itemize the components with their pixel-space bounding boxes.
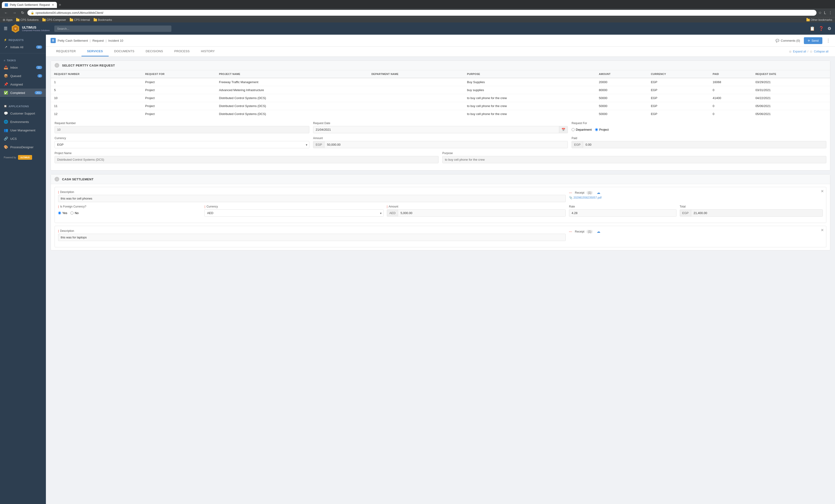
bookmark-cps-solutions[interactable]: CPS Solutions [16,18,38,22]
form-row-3: Project Name Purpose [55,152,826,163]
sidebar-item-inbox[interactable]: 📥 Inbox 11 [0,63,46,72]
cell-request-number: 10 [51,94,142,102]
bookmark-cps-composer[interactable]: CPS Composer [42,18,66,22]
new-tab-button[interactable]: + [57,3,63,7]
sidebar-item-queued[interactable]: 📦 Queued 2 [0,72,46,80]
browser-tab[interactable]: Petty Cash Settlement: Request ✕ [2,2,57,8]
receipt-filename-1: 202981558235057.pdf [573,196,602,199]
request-date-input[interactable] [313,126,559,133]
settlement-description-input-1[interactable] [58,195,566,202]
hamburger-menu-icon[interactable]: ☰ [4,26,7,31]
receipt-required-indicator-2: — [569,230,572,233]
sidebar-item-initiate-all[interactable]: ↗ Initiate All 10 [0,43,46,51]
forward-button[interactable]: → [11,10,18,16]
form-group-request-for: Request For Department Project [572,122,826,133]
search-input[interactable] [54,25,171,32]
settlement-amount-input-1[interactable] [398,209,566,216]
sidebar-item-environments[interactable]: 🌐 Environments [0,118,46,126]
radio-yes-label-1: Yes [62,211,67,215]
sidebar-item-customer-support[interactable]: 💬 Customer Support [0,109,46,118]
svg-text:U: U [15,27,16,30]
radio-yes-input-1[interactable] [58,211,61,215]
cell-request-number: 1 [51,78,142,86]
cell-request-date: 04/22/2021 [752,94,830,102]
is-foreign-radio-1: Yes No [58,209,201,217]
bookmark-apps[interactable]: ⊞ Apps [3,18,13,22]
table-row[interactable]: 1 Project Freeway Traffic Management Buy… [51,78,830,86]
comments-link[interactable]: 💬 Comments (0) [775,39,800,42]
cps-composer-label: CPS Composer [47,18,66,22]
bookmark-bookmarks[interactable]: Bookmarks [94,18,112,22]
receipt-file-1[interactable]: 📎 202981558235057.pdf [569,196,823,199]
required-indicator-2: | [58,205,59,208]
sidebar-item-user-management[interactable]: 👥 User Management [0,126,46,135]
breadcrumb-item-1[interactable]: Petty Cash Settlement [58,39,88,42]
receipt-upload-icon-2[interactable]: ☁ [597,229,600,234]
breadcrumb-separator-2: | [106,39,106,42]
sidebar-item-assigned[interactable]: 📌 Assigned [0,80,46,88]
settlement-description-label-2: | Description [58,229,566,233]
amount-input[interactable] [325,141,568,148]
paid-input[interactable] [583,141,826,148]
expand-icon: ⊕ [789,49,792,54]
lightning-icon: ⚡ [4,38,7,41]
url-text: cpssolutions04.ultimuscps.com/UltimusWeb… [36,11,103,15]
table-row[interactable]: 11 Project Distributed Control Systems (… [51,102,830,110]
cell-request-for: Project [142,78,216,86]
table-row[interactable]: 5 Project Advanced Metering Infrastructu… [51,86,830,94]
collapse-all-link[interactable]: Collapse all [814,50,829,53]
settlement-item-2-close-icon[interactable]: ✕ [821,228,824,232]
radio-no-1[interactable]: No [70,211,79,215]
url-bar[interactable]: 🔒 cpssolutions04.ultimuscps.com/UltimusW… [27,10,816,16]
currency-select[interactable]: EGP USD AED EUR [55,141,309,148]
settlement-rate-input-1[interactable] [569,209,676,217]
breadcrumb-item-3[interactable]: Incident 10 [108,39,123,42]
calendar-icon[interactable]: 📅 [559,126,568,133]
settlement-description-input-2[interactable] [58,234,566,241]
bookmark-other[interactable]: Other bookmarks [807,18,832,22]
applications-section-title: 🔲 APPLICATIONS [0,101,46,109]
app-section-icon: 🔲 [4,105,7,108]
receipt-upload-icon-1[interactable]: ☁ [597,190,600,195]
is-foreign-group-1: | Is Foreign Currency? Yes [58,205,201,217]
settlement-currency-select-1[interactable]: AED EGP USD [204,209,383,217]
settings-icon[interactable]: ⋮ [829,11,832,15]
tab-documents[interactable]: DOCUMENTS [109,47,140,57]
settlement-total-label-1: Total [680,205,823,208]
receipt-count-2: (1) [586,230,593,234]
refresh-button[interactable]: ↻ [20,10,25,16]
bookmark-star-icon[interactable]: ☆ [818,11,822,15]
send-button[interactable]: ✈ Send [804,37,822,44]
section-toggle-cash-settlement[interactable]: ○ [55,177,59,182]
sidebar-item-process-designer[interactable]: 🎨 ProcessDesigner [0,143,46,151]
sidebar-item-completed[interactable]: ✅ Completed 201 [0,88,46,97]
radio-project[interactable]: Project [595,128,609,132]
radio-yes-1[interactable]: Yes [58,211,67,215]
radio-project-input[interactable] [595,128,598,131]
back-button[interactable]: ← [3,10,9,16]
tab-requester[interactable]: REQUESTER [50,47,81,57]
settings-gear-icon[interactable]: ⚙ [828,26,831,31]
radio-department[interactable]: Department [572,128,592,132]
tab-close-icon[interactable]: ✕ [52,3,54,6]
expand-all-link[interactable]: Expand all [793,50,806,53]
sidebar-item-ucs[interactable]: 🔗 UCS [0,135,46,143]
table-row[interactable]: 12 Project Distributed Control Systems (… [51,110,830,118]
more-options-icon[interactable]: ⋮ [826,38,830,43]
radio-department-input[interactable] [572,128,575,131]
bookmark-cps-internal[interactable]: CPS Internal [70,18,90,22]
section-toggle-petty-cash[interactable]: ○ [55,63,59,68]
inbox-icon[interactable]: 📋 [810,26,815,31]
tab-decisions[interactable]: DECISIONS [140,47,168,57]
request-for-radio-group: Department Project [572,126,826,133]
breadcrumb-item-2[interactable]: Request [93,39,104,42]
settlement-item-1-close-icon[interactable]: ✕ [821,189,824,194]
radio-no-input-1[interactable] [70,211,74,215]
table-row[interactable]: 10 Project Distributed Control Systems (… [51,94,830,102]
tab-process[interactable]: PROCESS [168,47,195,57]
help-icon[interactable]: ❓ [819,26,824,31]
tab-services[interactable]: SERVICES [81,47,109,57]
profile-icon[interactable]: L [824,11,826,15]
settlement-total-input-1[interactable] [691,209,822,216]
tab-history[interactable]: HISTORY [195,47,220,57]
